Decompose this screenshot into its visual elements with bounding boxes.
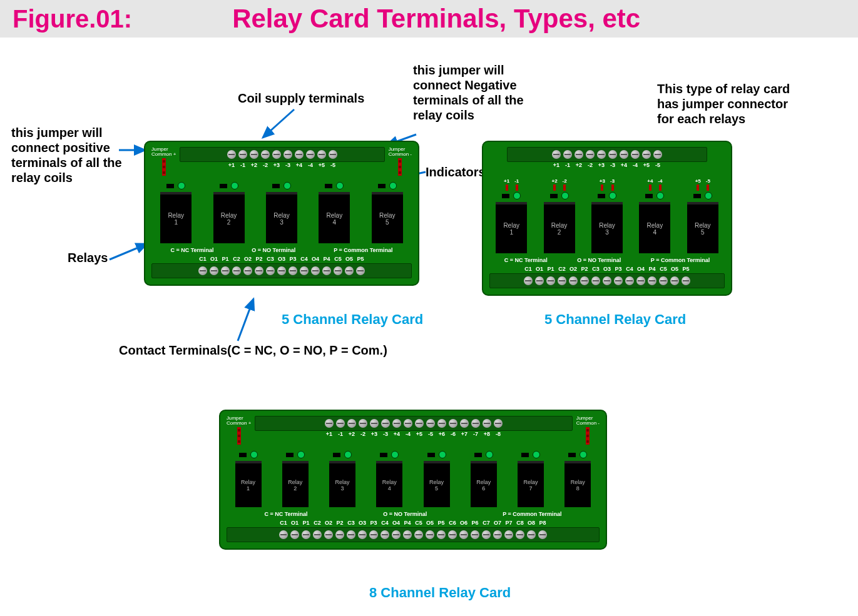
screw-terminal — [620, 150, 628, 159]
terminal-label: P3 — [614, 266, 623, 272]
terminal-label: C2 — [313, 520, 322, 526]
screw-terminal — [636, 276, 645, 285]
screw-terminal — [380, 530, 389, 539]
terminal-label: -5 — [426, 431, 435, 437]
relay-unit: Relay7 — [518, 451, 544, 507]
screw-terminal — [659, 276, 668, 285]
terminal-label: C3 — [591, 266, 600, 272]
terminal-label: -8 — [494, 431, 503, 437]
terminal-legend: C = NC Terminal O = NO Terminal P = Comm… — [489, 257, 725, 263]
terminal-label: P4 — [322, 256, 331, 262]
terminal-label: O4 — [392, 520, 401, 526]
screw-terminal — [324, 530, 333, 539]
relay-unit: Relay4 — [319, 182, 350, 243]
led-indicator — [297, 451, 305, 458]
caption-card-b: 5 Channel Relay Card — [544, 311, 686, 328]
relay-unit: Relay5 — [372, 182, 403, 243]
screw-terminal — [493, 530, 502, 539]
screw-terminal — [404, 419, 412, 428]
screw-terminal — [302, 530, 310, 539]
screw-terminal — [653, 150, 662, 159]
terminal-label: P5 — [437, 520, 446, 526]
screw-terminal — [471, 419, 480, 428]
screw-terminal — [381, 419, 390, 428]
terminal-label: C6 — [448, 520, 457, 526]
terminal-label: +5 — [642, 162, 651, 168]
screw-terminal — [279, 530, 288, 539]
caption-card-c: 8 Channel Relay Card — [369, 585, 511, 601]
screw-terminal — [415, 419, 424, 428]
terminal-label: O4 — [636, 266, 645, 272]
terminal-label: P1 — [302, 520, 310, 526]
terminal-label: -2 — [586, 162, 595, 168]
terminal-label: -5 — [653, 162, 662, 168]
indicator-rect — [166, 184, 174, 188]
screw-terminal — [586, 150, 595, 159]
indicator-rect — [239, 453, 247, 457]
indicator-rect — [333, 453, 340, 457]
screw-terminal — [345, 266, 354, 275]
terminal-label: -3 — [608, 162, 617, 168]
terminal-label: -4 — [404, 431, 412, 437]
screw-terminal — [311, 266, 320, 275]
annot-relays: Relays — [68, 250, 108, 265]
terminal-label: O8 — [527, 520, 536, 526]
terminal-label: C3 — [347, 520, 355, 526]
screw-terminal — [580, 276, 589, 285]
screw-terminal — [335, 530, 344, 539]
terminal-label: C4 — [380, 520, 389, 526]
led-indicator — [609, 192, 616, 199]
terminal-label: -5 — [329, 162, 337, 168]
contact-terminal-strip — [489, 273, 725, 288]
screw-terminal — [261, 150, 270, 159]
relay-body: Relay4 — [376, 461, 402, 507]
screw-terminal — [414, 530, 423, 539]
screw-terminal — [238, 150, 247, 159]
per-relay-jumper: +3-3 — [600, 178, 615, 191]
indicator-rect — [550, 194, 558, 198]
relay-unit: +5-5Relay5 — [687, 174, 718, 253]
terminal-label: C8 — [516, 520, 524, 526]
terminal-label: +7 — [460, 431, 469, 437]
screw-terminal — [426, 530, 434, 539]
screw-terminal — [642, 150, 651, 159]
screw-terminal — [524, 276, 533, 285]
relay-unit: Relay2 — [282, 451, 309, 507]
led-indicator — [336, 182, 344, 189]
screw-terminal — [538, 530, 547, 539]
screw-terminal — [392, 530, 401, 539]
terminal-label: C3 — [266, 256, 275, 262]
screw-terminal — [648, 276, 656, 285]
led-indicator — [391, 451, 399, 458]
relay-row: Relay1Relay2Relay3Relay4Relay5Relay6Rela… — [227, 451, 600, 507]
screw-terminal — [329, 150, 337, 159]
relay-body: Relay1 — [235, 461, 262, 507]
terminal-label: -3 — [283, 162, 292, 168]
screw-terminal — [356, 266, 365, 275]
terminal-label: O7 — [493, 520, 502, 526]
relay-card-8ch: Jumper Common + +1-1+2-2+3-3+4-4+5-5+6-6… — [219, 410, 607, 550]
relay-body: Relay4 — [319, 192, 350, 243]
terminal-label: -1 — [336, 431, 345, 437]
indicator-rect — [378, 184, 386, 188]
terminal-label: +1 — [325, 431, 334, 437]
coil-terminal-strip — [255, 416, 572, 431]
terminal-label: +1 — [552, 162, 561, 168]
screw-terminal — [527, 530, 536, 539]
terminal-label: -2 — [261, 162, 270, 168]
terminal-label: +6 — [437, 431, 446, 437]
screw-terminal — [483, 419, 491, 428]
indicator-rect — [693, 194, 701, 198]
screw-terminal — [322, 266, 331, 275]
screw-terminal — [471, 530, 479, 539]
terminal-legend: C = NC Terminal O = NO Terminal P = Comm… — [151, 247, 412, 253]
terminal-label: O5 — [345, 256, 354, 262]
screw-terminal — [227, 150, 236, 159]
screw-terminal — [482, 530, 491, 539]
screw-terminal — [277, 266, 286, 275]
indicator-rect — [645, 194, 653, 198]
relay-unit: Relay1 — [235, 451, 262, 507]
indicator-rect — [325, 184, 332, 188]
led-indicator — [250, 451, 258, 458]
terminal-label: +8 — [483, 431, 491, 437]
